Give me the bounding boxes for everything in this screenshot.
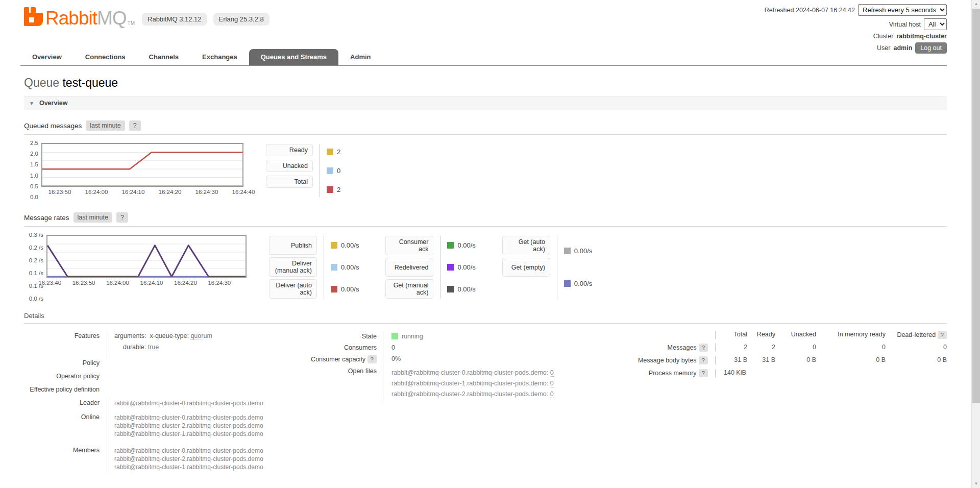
legend-entry-deliver-manual-ack: 0.00/s xyxy=(331,258,359,277)
virtual-host-select[interactable]: All xyxy=(924,18,947,30)
x-tick-label: 16:24:10 xyxy=(140,280,163,286)
legend-swatch xyxy=(564,280,571,287)
legend-swatch xyxy=(447,286,454,292)
tab-channels[interactable]: Channels xyxy=(137,49,191,65)
leader-label: Leader xyxy=(24,398,107,412)
rabbitmq-logo[interactable]: RabbitMQTM xyxy=(24,7,135,26)
legend-label-ready[interactable]: Ready xyxy=(266,144,313,156)
leader-node: rabbit@rabbitmq-cluster-0.rabbitmq-clust… xyxy=(114,400,263,407)
legend-entry-total: 2 xyxy=(327,182,340,197)
stats-value: 2 xyxy=(716,344,747,352)
top-header: RabbitMQTM RabbitMQ 3.12.12Erlang 25.3.2… xyxy=(0,0,980,49)
state-value: running xyxy=(383,331,598,342)
stats-col-in-memory-ready: In memory ready xyxy=(816,331,886,339)
rates-chart-y-axis: 0.3 /s0.2 /s0.2 /s0.1 /s0.1 /s0.0 /s xyxy=(24,235,46,299)
y-tick-label: 0.0 /s xyxy=(29,296,43,302)
consumer-capacity-value: 0% xyxy=(383,353,598,365)
y-tick-label: 0.2 /s xyxy=(29,245,43,251)
online-node: rabbit@rabbitmq-cluster-0.rabbitmq-clust… xyxy=(114,413,302,422)
scrollbar-down-arrow[interactable]: ▼ xyxy=(972,480,980,488)
legend-swatch xyxy=(447,264,454,271)
open-files-node: rabbit@rabbitmq-cluster-2.rabbitmq-clust… xyxy=(391,389,598,400)
chevron-down-icon: ▼ xyxy=(29,101,34,106)
legend-label-deliver-auto-ack[interactable]: Deliver (auto ack) xyxy=(269,279,317,299)
x-tick-label: 16:24:40 xyxy=(232,189,255,195)
open-files-label: Open files xyxy=(302,365,383,402)
cluster-name: rabbitmq-cluster xyxy=(896,33,947,40)
x-tick-label: 16:23:40 xyxy=(38,280,61,286)
stats-value: 140 KiB xyxy=(716,369,947,377)
legend-entry-unacked: 0 xyxy=(327,163,340,178)
legend-label-publish[interactable]: Publish xyxy=(269,236,317,255)
help-icon[interactable]: ? xyxy=(129,120,141,131)
version-badge-rabbitmq-3-12-12: RabbitMQ 3.12.12 xyxy=(142,13,207,26)
rates-chart-legend-col3: Get (auto ack)Get (empty)0.00/s0.00/s xyxy=(502,236,592,299)
queued-range-pill[interactable]: last minute xyxy=(86,120,125,131)
legend-swatch xyxy=(331,264,337,271)
stats-value: 31 B xyxy=(716,356,747,364)
y-tick-label: 2.0 xyxy=(30,151,38,157)
x-tick-label: 16:24:10 xyxy=(122,189,145,195)
tab-admin[interactable]: Admin xyxy=(338,49,382,65)
y-tick-label: 2.5 xyxy=(30,140,38,146)
refreshed-timestamp: Refreshed 2024-06-07 16:24:42 xyxy=(765,7,855,14)
queued-chart-plot xyxy=(42,144,242,186)
legend-swatch xyxy=(564,248,571,254)
legend-label-get-auto-ack[interactable]: Get (auto ack) xyxy=(502,236,550,255)
legend-entry-publish: 0.00/s xyxy=(331,236,359,255)
x-tick-label: 16:24:30 xyxy=(195,189,218,195)
legend-label-get-empty[interactable]: Get (empty) xyxy=(502,258,550,277)
online-node: rabbit@rabbitmq-cluster-1.rabbitmq-clust… xyxy=(114,430,302,438)
stats-col-dead-lettered: Dead-lettered ? xyxy=(886,331,947,339)
legend-label-unacked[interactable]: Unacked xyxy=(266,160,313,172)
rates-range-pill[interactable]: last minute xyxy=(74,212,112,223)
tab-exchanges[interactable]: Exchanges xyxy=(190,49,249,65)
tab-connections[interactable]: Connections xyxy=(74,49,137,65)
scrollbar-up-arrow[interactable]: ▲ xyxy=(972,0,980,8)
legend-value: 0.00/s xyxy=(574,280,592,287)
section-overview-toggle[interactable]: ▼ Overview xyxy=(24,96,947,110)
help-icon[interactable]: ? xyxy=(116,212,128,223)
refresh-interval-select[interactable]: Refresh every 5 seconds xyxy=(858,4,947,16)
logout-button[interactable]: Log out xyxy=(915,42,947,54)
legend-value: 0.00/s xyxy=(457,241,475,249)
details-heading: Details xyxy=(24,312,947,320)
help-icon[interactable]: ? xyxy=(368,355,377,363)
legend-label-consumer-ack[interactable]: Consumer ack xyxy=(385,236,433,255)
page-title-prefix: Queue xyxy=(24,76,59,89)
help-icon[interactable]: ? xyxy=(938,331,947,339)
y-tick-label: 1.5 xyxy=(30,161,38,167)
rates-chart-legend-col1: PublishDeliver (manual ack)Deliver (auto… xyxy=(269,236,359,299)
legend-entry-redelivered: 0.00/s xyxy=(447,258,475,277)
operator-policy-label: Operator policy xyxy=(24,371,107,384)
stats-value: 2 xyxy=(747,344,775,352)
legend-value: 0 xyxy=(337,167,340,175)
queued-messages-chart: 2.52.01.51.00.50.0 16:23:5016:24:0016:24… xyxy=(24,143,243,197)
state-label: State xyxy=(302,331,383,342)
stats-col-unacked: Unacked xyxy=(775,331,816,339)
stats-value: 31 B xyxy=(747,356,775,364)
legend-label-deliver-manual-ack[interactable]: Deliver (manual ack) xyxy=(269,257,317,277)
tab-overview[interactable]: Overview xyxy=(20,49,74,65)
open-files-count: 0 xyxy=(550,380,554,387)
legend-entry-get-auto-ack: 0.00/s xyxy=(564,236,592,266)
legend-label-get-manual-ack[interactable]: Get (manual ack) xyxy=(385,279,433,299)
help-icon[interactable]: ? xyxy=(699,356,708,364)
logo-text-mq: MQ xyxy=(97,10,127,26)
legend-value: 2 xyxy=(337,186,340,193)
legend-label-redelivered[interactable]: Redelivered xyxy=(385,258,433,277)
legend-swatch xyxy=(327,149,333,155)
x-tick-label: 16:24:30 xyxy=(208,280,231,286)
y-tick-label: 0.3 /s xyxy=(29,232,43,238)
legend-label-total[interactable]: Total xyxy=(266,176,313,188)
x-tick-label: 16:24:00 xyxy=(85,189,108,195)
durable-value: true xyxy=(148,344,159,351)
help-icon[interactable]: ? xyxy=(699,344,708,352)
help-icon[interactable]: ? xyxy=(699,369,708,377)
scrollbar-thumb[interactable] xyxy=(972,9,980,403)
y-tick-label: 0.0 xyxy=(30,194,38,200)
stats-row-messages: Messages? xyxy=(607,344,716,352)
vertical-scrollbar[interactable]: ▲ ▼ xyxy=(971,0,980,488)
tab-queues-and-streams[interactable]: Queues and Streams xyxy=(249,49,338,65)
effective-policy-label: Effective policy definition xyxy=(24,384,107,398)
